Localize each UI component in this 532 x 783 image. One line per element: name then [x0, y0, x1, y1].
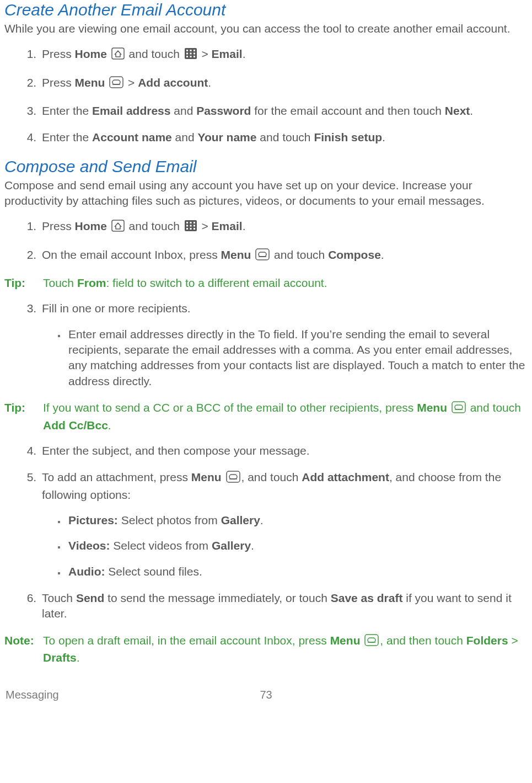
text: .: [108, 419, 111, 432]
svg-rect-14: [112, 220, 124, 231]
text: and touch: [256, 131, 314, 143]
svg-rect-32: [229, 475, 237, 479]
text: .: [243, 220, 246, 232]
svg-rect-4: [194, 50, 195, 51]
menu-icon: [364, 634, 379, 650]
menu-icon: [109, 76, 123, 92]
text: On the email account Inbox, press: [42, 248, 221, 261]
bold-add-attachment: Add attachment: [302, 471, 389, 483]
bold-add-cc-bcc: Add Cc/Bcc: [43, 419, 108, 432]
svg-rect-7: [194, 53, 195, 55]
bold-folders: Folders: [466, 634, 508, 647]
bold-videos: Videos:: [68, 539, 110, 552]
svg-rect-3: [190, 50, 191, 51]
svg-rect-23: [190, 228, 191, 230]
text: To open a draft email, in the email acco…: [43, 634, 330, 647]
svg-rect-20: [190, 225, 191, 227]
apps-grid-icon: [184, 220, 197, 236]
list-item: Audio: Select sound files.: [66, 564, 528, 579]
bold-menu: Menu: [191, 471, 222, 483]
text: and: [172, 131, 198, 143]
sublist: Enter email addresses directly in the To…: [42, 327, 528, 389]
bold-next: Next: [445, 104, 470, 117]
list-item: Press Home and touch > Email.: [40, 46, 528, 63]
intro-create: While you are viewing one email account,…: [4, 21, 528, 36]
svg-rect-18: [194, 222, 195, 223]
svg-rect-21: [194, 225, 195, 227]
text: .: [243, 47, 246, 60]
bold-add-account: Add account: [138, 76, 208, 89]
text: >: [508, 634, 518, 647]
text: Select videos from: [110, 539, 211, 552]
text: Fill in one or more recipients.: [42, 302, 191, 315]
text: and touch: [129, 220, 183, 232]
menu-icon: [452, 401, 466, 417]
bold-finish-setup: Finish setup: [314, 131, 382, 143]
tip-label: Tip:: [4, 400, 43, 433]
list-item: Enter the Email address and Password for…: [40, 103, 528, 119]
svg-rect-28: [452, 402, 465, 413]
text: >: [128, 76, 138, 89]
text: If you want to send a CC or a BCC of the…: [43, 401, 417, 414]
list-item: Pictures: Select photos from Gallery.: [66, 513, 528, 528]
bold-account-name: Account name: [92, 131, 172, 143]
tip-callout: Tip: If you want to send a CC or a BCC o…: [4, 400, 528, 433]
text: >: [202, 47, 212, 60]
text: and touch: [470, 401, 521, 414]
page-footer: Messaging 73: [4, 688, 528, 702]
tip-callout: Tip: Touch From: field to switch to a di…: [4, 275, 528, 291]
text: to send the message immediately, or touc…: [104, 592, 330, 604]
list-item: Press Home and touch > Email.: [40, 219, 528, 236]
text: .: [77, 651, 80, 664]
list-item: Enter the subject, and then compose your…: [40, 443, 528, 459]
svg-rect-2: [186, 50, 188, 51]
svg-rect-22: [186, 228, 188, 230]
text: Press: [42, 220, 75, 232]
text: Enter the: [42, 131, 92, 143]
bold-menu: Menu: [75, 76, 105, 89]
svg-rect-10: [194, 56, 195, 57]
bold-pictures: Pictures:: [68, 514, 118, 526]
text: Select sound files.: [105, 565, 202, 578]
text: , and then touch: [380, 634, 466, 647]
text: Select photos from: [118, 514, 221, 526]
svg-rect-17: [190, 222, 191, 223]
text: To add an attachment, press: [42, 471, 191, 483]
list-item: Press Menu > Add account.: [40, 75, 528, 92]
text: Touch: [43, 276, 77, 289]
tip-body: Touch From: field to switch to a differe…: [43, 275, 528, 291]
svg-rect-26: [259, 252, 266, 257]
home-icon: [111, 47, 125, 63]
svg-rect-35: [368, 638, 375, 642]
footer-page-number: 73: [260, 688, 272, 702]
svg-rect-31: [227, 471, 240, 482]
svg-rect-5: [186, 53, 188, 55]
svg-rect-25: [256, 249, 269, 260]
text: >: [202, 220, 212, 232]
bold-email: Email: [212, 220, 243, 232]
list-item: Enter email addresses directly in the To…: [66, 327, 528, 389]
bold-compose: Compose: [328, 248, 381, 261]
menu-icon: [255, 248, 270, 264]
bold-from: From: [77, 276, 106, 289]
text: : field to switch to a different email a…: [106, 276, 327, 289]
apps-grid-icon: [184, 47, 197, 63]
bold-audio: Audio:: [68, 565, 105, 578]
text: Press: [42, 47, 75, 60]
text: .: [208, 76, 211, 89]
note-callout: Note: To open a draft email, in the emai…: [4, 633, 528, 666]
svg-rect-34: [365, 635, 378, 646]
bold-drafts: Drafts: [43, 651, 77, 664]
heading-create-another-email: Create Another Email Account: [4, 0, 528, 20]
list-item: Videos: Select videos from Gallery.: [66, 538, 528, 553]
svg-rect-24: [194, 228, 195, 230]
text: .: [382, 131, 385, 143]
bold-password: Password: [196, 104, 251, 117]
svg-rect-19: [186, 225, 188, 227]
tip-body: If you want to send a CC or a BCC of the…: [43, 400, 528, 433]
footer-section: Messaging: [6, 688, 59, 702]
svg-rect-6: [190, 53, 191, 55]
text: and touch: [129, 47, 183, 60]
note-label: Note:: [4, 633, 43, 666]
note-body: To open a draft email, in the email acco…: [43, 633, 528, 666]
